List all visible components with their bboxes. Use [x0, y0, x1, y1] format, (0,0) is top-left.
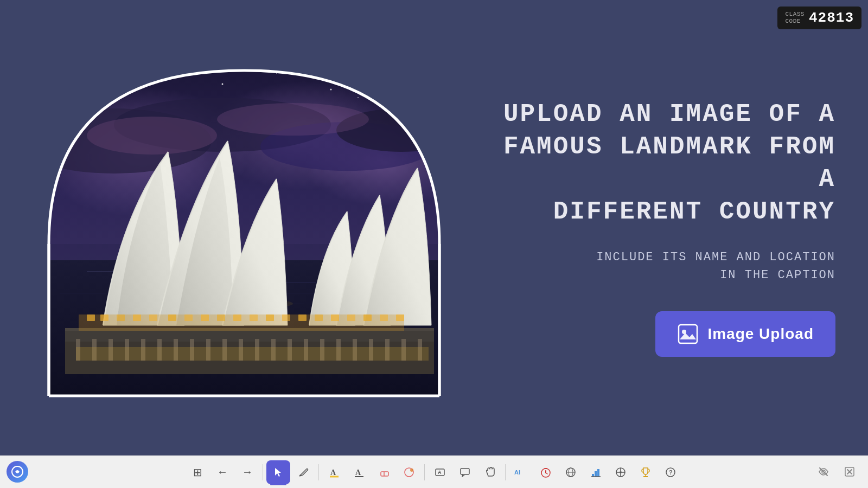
chart-button[interactable]	[584, 460, 608, 484]
svg-rect-50	[149, 314, 157, 321]
svg-rect-58	[282, 314, 290, 321]
hand-icon	[484, 466, 496, 478]
upload-icon	[677, 323, 699, 345]
text-highlight-button[interactable]: A	[347, 460, 371, 484]
svg-rect-61	[331, 314, 339, 321]
svg-rect-65	[396, 314, 404, 321]
eye-slash-button[interactable]	[812, 460, 835, 484]
pointer-button[interactable]	[266, 460, 290, 484]
svg-point-74	[358, 97, 359, 98]
svg-rect-78	[679, 325, 697, 343]
shapes-icon	[403, 466, 415, 478]
svg-rect-47	[100, 314, 108, 321]
textbox-icon: A	[434, 466, 446, 478]
back-button[interactable]: ←	[210, 460, 234, 484]
separator-4	[505, 464, 506, 480]
svg-point-68	[222, 84, 224, 85]
svg-point-66	[86, 86, 88, 88]
svg-rect-21	[65, 331, 434, 342]
class-code-badge: class code 42813	[777, 7, 861, 29]
svg-point-67	[141, 75, 142, 76]
svg-rect-55	[233, 314, 241, 321]
svg-rect-56	[250, 314, 258, 321]
svg-point-73	[75, 102, 76, 104]
comment-icon	[459, 466, 471, 478]
text-content: UPLOAD AN IMAGE OF A FAMOUS LANDMARK FRO…	[477, 99, 835, 356]
exit-button[interactable]	[838, 460, 861, 484]
globe-button[interactable]	[559, 460, 583, 484]
wheel-icon	[615, 466, 627, 478]
main-title: UPLOAD AN IMAGE OF A FAMOUS LANDMARK FRO…	[477, 99, 835, 228]
eraser-icon	[378, 466, 390, 478]
svg-rect-44	[76, 347, 429, 361]
svg-rect-60	[315, 314, 323, 321]
eraser-button[interactable]	[372, 460, 396, 484]
svg-point-79	[682, 330, 686, 334]
svg-rect-54	[217, 314, 225, 321]
eye-slash-icon	[818, 466, 829, 478]
svg-rect-63	[363, 314, 372, 321]
grid-button[interactable]: ⊞	[186, 460, 209, 484]
comment-button[interactable]	[453, 460, 477, 484]
separator-2	[318, 464, 319, 480]
image-upload-button[interactable]: Image Upload	[655, 311, 835, 357]
svg-text:AI: AI	[514, 469, 520, 476]
svg-rect-59	[298, 314, 307, 321]
trophy-button[interactable]	[634, 460, 658, 484]
svg-line-115	[820, 468, 827, 476]
svg-rect-53	[201, 314, 209, 321]
forward-button[interactable]: →	[235, 460, 259, 484]
svg-point-105	[620, 471, 622, 473]
svg-point-8	[87, 117, 217, 155]
ai-button[interactable]: AI	[509, 460, 533, 484]
class-label-line2: code	[785, 18, 805, 25]
hand-button[interactable]	[478, 460, 502, 484]
classwork-logo[interactable]	[7, 461, 28, 483]
svg-rect-64	[380, 314, 388, 321]
svg-rect-62	[347, 314, 355, 321]
separator-3	[424, 464, 425, 480]
svg-text:A: A	[330, 468, 336, 477]
svg-rect-51	[168, 314, 176, 321]
class-label-line1: class	[785, 11, 805, 18]
textbox-button[interactable]: A	[428, 460, 452, 484]
separator-1	[263, 464, 263, 480]
shapes-button[interactable]	[397, 460, 421, 484]
class-code-number: 42813	[809, 10, 854, 26]
svg-text:?: ?	[669, 469, 673, 476]
pointer-icon	[273, 467, 284, 478]
help-icon: ?	[665, 466, 676, 478]
chart-icon	[590, 466, 602, 478]
landmark-image	[33, 54, 445, 401]
highlighter-button[interactable]: A	[322, 460, 346, 484]
svg-rect-91	[461, 468, 469, 474]
pen-icon	[298, 467, 309, 478]
svg-line-95	[546, 473, 547, 474]
svg-rect-101	[595, 471, 597, 477]
timer-icon	[540, 466, 552, 478]
main-content: UPLOAD AN IMAGE OF A FAMOUS LANDMARK FRO…	[0, 0, 868, 455]
svg-rect-48	[117, 314, 125, 321]
svg-point-70	[330, 89, 332, 91]
image-container	[33, 54, 445, 401]
svg-point-72	[423, 92, 424, 93]
globe-icon	[565, 466, 577, 478]
pen-button[interactable]	[291, 460, 315, 484]
text-highlight-icon: A	[353, 466, 365, 478]
classwork-logo-icon	[11, 465, 24, 478]
toolbar: ⊞ ← → A A	[0, 455, 868, 488]
svg-rect-46	[87, 314, 95, 321]
trophy-icon	[640, 466, 652, 478]
svg-text:A: A	[438, 470, 442, 475]
exit-icon	[844, 466, 856, 478]
svg-point-9	[217, 103, 369, 136]
upload-button-label: Image Upload	[707, 325, 814, 343]
svg-rect-85	[381, 472, 388, 476]
wheel-button[interactable]	[609, 460, 633, 484]
svg-rect-57	[266, 314, 274, 321]
svg-rect-49	[133, 314, 141, 321]
timer-button[interactable]	[534, 460, 558, 484]
svg-point-71	[385, 78, 386, 79]
ai-icon: AI	[513, 466, 528, 478]
help-button[interactable]: ?	[659, 460, 682, 484]
